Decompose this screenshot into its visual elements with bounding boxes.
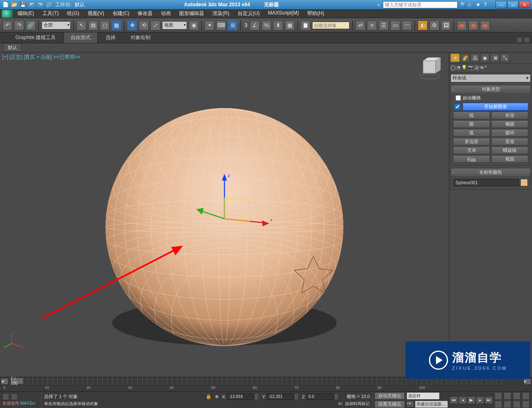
btn-egg[interactable]: Egg <box>453 155 490 163</box>
coord-z-input[interactable] <box>307 393 333 400</box>
percent-snap-icon[interactable]: % <box>261 20 271 30</box>
named-selection-icon[interactable]: 📋 <box>300 20 310 30</box>
infocenter-exchange-icon[interactable]: ⌂ <box>468 2 475 7</box>
ribbon-tab-selection[interactable]: 选择 <box>99 32 123 43</box>
coord-y-spinner[interactable] <box>294 393 298 400</box>
menu-customize[interactable]: 自定义(U) <box>234 9 264 18</box>
nav-fov-icon[interactable] <box>522 392 530 400</box>
btn-star[interactable]: 星形 <box>491 138 528 146</box>
select-by-name-icon[interactable]: ▤ <box>88 20 98 30</box>
ribbon-tab-graphite[interactable]: Graphite 建模工具 <box>8 32 63 43</box>
btn-ellipse[interactable]: 椭圆 <box>491 120 528 128</box>
next-frame-icon[interactable]: ▸ <box>476 396 484 404</box>
track-bar[interactable]: 0 10 20 30 40 50 60 70 80 90 100 <box>0 385 532 391</box>
btn-rectangle[interactable]: 矩形 <box>491 111 528 119</box>
add-time-tag-label[interactable]: 添加时间标记 <box>345 401 370 407</box>
help-search-input[interactable] <box>383 1 458 8</box>
curve-editor-icon[interactable]: 〰 <box>402 20 412 30</box>
key-filters-button[interactable] <box>415 401 448 408</box>
motion-panel-icon[interactable]: ◉ <box>480 54 490 62</box>
btn-ngon[interactable]: 多边形 <box>453 138 490 146</box>
coord-z-spinner[interactable] <box>334 393 338 400</box>
menu-render[interactable]: 渲染(R) <box>208 9 234 18</box>
start-new-shape-checkbox[interactable] <box>455 104 460 109</box>
window-minimize-button[interactable]: — <box>495 1 507 8</box>
display-panel-icon[interactable]: 🖥 <box>490 54 500 62</box>
object-color-swatch[interactable] <box>520 179 528 186</box>
absolute-transform-icon[interactable]: ⊕ <box>215 394 219 399</box>
btn-donut[interactable]: 圆环 <box>491 129 528 137</box>
menu-group[interactable]: 组(G) <box>63 9 83 18</box>
layer-manager-icon[interactable]: ☰ <box>379 20 389 30</box>
menu-modifiers[interactable]: 修改器 <box>133 9 157 18</box>
start-new-shape-button[interactable]: 开始新图形 <box>463 103 528 111</box>
select-object-icon[interactable]: ↖ <box>76 20 86 30</box>
menu-create[interactable]: 创建(C) <box>108 9 134 18</box>
viewport[interactable]: z x z <box>0 52 449 377</box>
btn-text[interactable]: 文本 <box>453 146 490 154</box>
autogrid-checkbox[interactable] <box>456 95 461 101</box>
spinner-snap-icon[interactable]: ⬍ <box>273 20 283 30</box>
render-setup-icon[interactable]: ⚙ <box>429 20 439 30</box>
infocenter-help-icon[interactable]: ? <box>484 2 490 7</box>
utilities-panel-icon[interactable]: 🔧 <box>500 54 510 62</box>
snaps-toggle-icon[interactable]: ⊞ <box>228 20 238 30</box>
hierarchy-panel-icon[interactable]: 品 <box>470 54 480 62</box>
mini-listener-icon2[interactable] <box>11 393 17 400</box>
helpers-category-icon[interactable]: 卍 <box>475 65 479 71</box>
arrow-icon[interactable]: ▸ <box>378 2 380 7</box>
link-icon[interactable]: 🔗 <box>26 20 36 30</box>
window-maximize-button[interactable]: ▭ <box>507 1 519 8</box>
rollout-header-object-type[interactable]: -对象类型 <box>451 85 530 93</box>
cameras-category-icon[interactable]: 📷 <box>468 65 474 71</box>
set-key-icon[interactable]: ⊶ <box>406 401 414 407</box>
angle-snap-icon[interactable]: ∠ <box>250 20 260 30</box>
spacewarps-category-icon[interactable]: ≋ <box>480 65 484 71</box>
coord-y-input[interactable] <box>267 393 293 400</box>
maxscript-prompt-label[interactable]: MAXScr <box>20 401 36 406</box>
btn-arc[interactable]: 弧 <box>453 129 490 137</box>
subcategory-combo[interactable]: 样条线 <box>451 74 531 82</box>
render-icon[interactable]: 🫖 <box>480 20 490 30</box>
rendered-frame-window-icon[interactable]: 🖼 <box>441 20 451 30</box>
selection-region-icon[interactable]: ◻ <box>100 20 110 30</box>
reference-coord-combo[interactable]: 视图 <box>162 21 187 30</box>
auto-key-button[interactable]: 自动关键点 <box>374 392 405 400</box>
select-and-move-icon[interactable]: ✥ <box>127 20 137 30</box>
workspace-value[interactable]: 默认 <box>75 1 85 8</box>
window-crossing-icon[interactable]: ▦ <box>111 20 121 30</box>
qat-save-icon[interactable]: 💾 <box>19 1 27 8</box>
time-slider-prev-icon[interactable]: ◂ <box>1 378 8 385</box>
graphite-icon[interactable]: ▭ <box>390 20 400 30</box>
infocenter-star-icon[interactable]: ★ <box>476 2 483 7</box>
align-icon[interactable]: ≡ <box>367 20 377 30</box>
named-selection-input[interactable] <box>312 22 350 29</box>
btn-line[interactable]: 线 <box>453 111 490 119</box>
lights-category-icon[interactable]: 💡 <box>461 65 467 71</box>
application-menu-icon[interactable] <box>2 10 12 18</box>
menu-help[interactable]: 帮助(H) <box>303 9 328 18</box>
viewcube[interactable] <box>419 57 441 80</box>
qat-undo-icon[interactable]: ↶ <box>28 1 35 8</box>
select-and-manipulate-icon[interactable]: ✦ <box>204 20 214 30</box>
material-editor-icon[interactable]: ◐ <box>418 20 428 30</box>
qat-redo-icon[interactable]: ↷ <box>37 1 44 8</box>
nav-orbit-icon[interactable] <box>495 401 502 408</box>
infocenter-search-icon[interactable]: 🔍 <box>460 2 467 7</box>
prev-frame-icon[interactable]: ◂ <box>458 396 467 404</box>
selected-dropdown[interactable] <box>406 392 440 400</box>
coord-x-input[interactable] <box>227 393 254 400</box>
select-and-rotate-icon[interactable]: ⟲ <box>139 20 149 30</box>
ribbon-sub-default[interactable]: 默认 <box>3 43 22 52</box>
coord-x-spinner[interactable] <box>254 393 259 400</box>
nav-walk-icon[interactable] <box>504 401 511 408</box>
menu-graph-editors[interactable]: 图形编辑器 <box>175 9 208 18</box>
set-key-button[interactable]: 设置关键点 <box>374 401 405 408</box>
rollout-header-name-color[interactable]: -名称和颜色 <box>451 168 530 176</box>
menu-view[interactable]: 视图(V) <box>84 9 108 18</box>
mirror-icon[interactable]: ⇄ <box>355 20 365 30</box>
nav-zoom-all-icon[interactable] <box>522 401 530 408</box>
menu-maxscript[interactable]: MAXScript(M) <box>264 9 303 18</box>
menu-animation[interactable]: 动画 <box>157 9 175 18</box>
render-production-icon[interactable]: 🫖 <box>457 20 467 30</box>
